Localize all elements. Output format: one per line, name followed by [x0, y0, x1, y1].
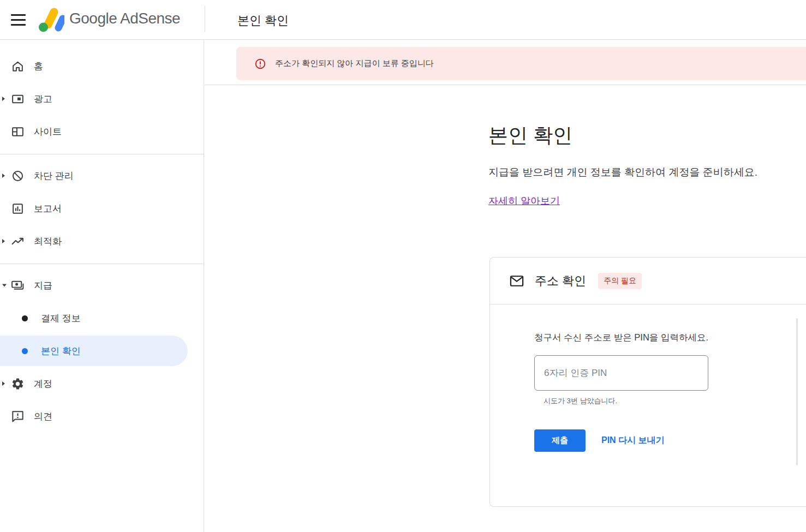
- reports-icon: [10, 201, 25, 216]
- payments-icon: [10, 278, 25, 293]
- page-title: 본인 확인: [488, 123, 764, 148]
- sidebar-item-label: 의견: [34, 410, 52, 423]
- sidebar: 홈 광고 사이트 차단 관리 보고서 최적화: [0, 40, 204, 532]
- pin-input[interactable]: [534, 355, 708, 391]
- sidebar-item-payment-info[interactable]: 결제 정보: [0, 302, 204, 334]
- sidebar-item-payments[interactable]: 지급: [0, 269, 204, 302]
- learn-more-link[interactable]: 자세히 알아보기: [488, 194, 560, 207]
- sites-icon: [10, 124, 25, 139]
- sidebar-item-label: 차단 관리: [34, 170, 74, 182]
- chevron-right-icon[interactable]: [2, 174, 5, 178]
- content-divider: [205, 85, 806, 85]
- chevron-down-icon[interactable]: [2, 284, 7, 287]
- address-verification-card: 주소 확인 주의 필요 청구서 수신 주소로 받은 PIN을 입력하세요. 시도…: [489, 257, 806, 507]
- sidebar-item-label: 홈: [34, 60, 43, 73]
- gear-icon: [10, 376, 25, 391]
- card-scrollbar[interactable]: [796, 318, 798, 465]
- topbar-divider: [205, 6, 205, 32]
- sidebar-item-label: 지급: [34, 279, 52, 292]
- alert-text: 주소가 확인되지 않아 지급이 보류 중입니다: [275, 58, 434, 69]
- brand-wordmark: Google AdSense: [69, 10, 180, 27]
- sidebar-item-label: 광고: [34, 93, 52, 105]
- sidebar-item-identity-verification[interactable]: 본인 확인: [0, 334, 204, 367]
- top-bar: Google AdSense 본인 확인: [0, 0, 806, 40]
- sidebar-item-feedback[interactable]: 의견: [0, 400, 204, 433]
- chevron-right-icon[interactable]: [2, 97, 5, 101]
- payment-hold-alert: 주소가 확인되지 않아 지급이 보류 중입니다: [236, 47, 806, 80]
- topbar-page-title: 본인 확인: [237, 13, 289, 29]
- error-icon: [254, 58, 266, 70]
- ads-icon: [10, 92, 25, 106]
- sidebar-item-optimization[interactable]: 최적화: [0, 225, 204, 258]
- mail-icon: [509, 273, 524, 289]
- sidebar-item-sites[interactable]: 사이트: [0, 115, 204, 148]
- sidebar-divider: [0, 264, 204, 264]
- chevron-right-icon[interactable]: [2, 381, 5, 386]
- sidebar-item-label: 결제 정보: [41, 312, 81, 325]
- bullet-icon: [22, 315, 28, 321]
- sidebar-item-label: 보고서: [34, 202, 62, 215]
- chevron-right-icon[interactable]: [2, 239, 5, 243]
- attempts-remaining-note: 시도가 3번 남았습니다.: [544, 396, 806, 406]
- main-content: 주소가 확인되지 않아 지급이 보류 중입니다 본인 확인 지급을 받으려면 개…: [205, 40, 806, 532]
- block-icon: [10, 169, 25, 183]
- sidebar-item-reports[interactable]: 보고서: [0, 192, 204, 225]
- sidebar-item-blocking-controls[interactable]: 차단 관리: [0, 159, 204, 192]
- selected-item-highlight: [0, 336, 188, 366]
- sidebar-item-label: 최적화: [34, 235, 62, 248]
- bullet-icon: [22, 348, 28, 354]
- sidebar-divider: [0, 154, 204, 154]
- sidebar-item-account[interactable]: 계정: [0, 367, 204, 400]
- submit-button[interactable]: 제출: [534, 429, 586, 452]
- trending-up-icon: [10, 234, 25, 249]
- feedback-icon: [10, 409, 25, 424]
- resend-pin-link[interactable]: PIN 다시 보내기: [601, 435, 665, 446]
- card-title: 주소 확인: [535, 273, 586, 289]
- sidebar-item-home[interactable]: 홈: [0, 50, 204, 82]
- page-intro: 본인 확인 지급을 받으려면 개인 정보를 확인하여 계정을 준비하세요. 자세…: [488, 123, 764, 207]
- pin-instruction: 청구서 수신 주소로 받은 PIN을 입력하세요.: [534, 332, 806, 344]
- card-body: 청구서 수신 주소로 받은 PIN을 입력하세요. 시도가 3번 남았습니다. …: [490, 304, 806, 452]
- sidebar-item-label: 사이트: [34, 125, 62, 138]
- sidebar-item-label: 계정: [34, 378, 52, 390]
- adsense-logo-icon: [36, 5, 64, 34]
- sidebar-item-ads[interactable]: 광고: [0, 82, 204, 115]
- card-actions: 제출 PIN 다시 보내기: [534, 429, 806, 452]
- page-description: 지급을 받으려면 개인 정보를 확인하여 계정을 준비하세요.: [488, 163, 764, 182]
- card-header: 주소 확인 주의 필요: [490, 258, 806, 304]
- home-icon: [10, 59, 25, 74]
- attention-badge: 주의 필요: [598, 273, 642, 289]
- menu-icon[interactable]: [11, 14, 26, 26]
- sidebar-item-label: 본인 확인: [41, 345, 81, 357]
